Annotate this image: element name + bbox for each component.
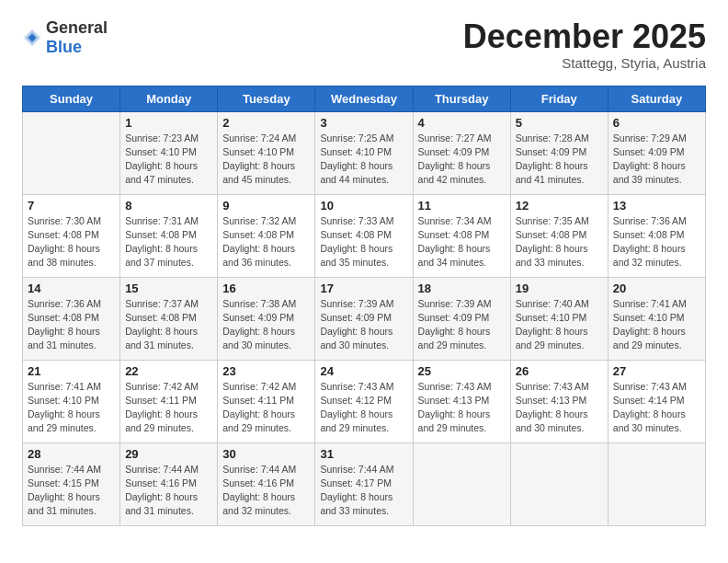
calendar-week-row: 14Sunrise: 7:36 AMSunset: 4:08 PMDayligh… xyxy=(23,277,706,360)
calendar-cell: 12Sunrise: 7:35 AMSunset: 4:08 PMDayligh… xyxy=(510,194,608,277)
day-of-week-header: Thursday xyxy=(413,86,510,111)
logo: General Blue xyxy=(22,18,108,57)
day-info: Sunrise: 7:39 AMSunset: 4:09 PMDaylight:… xyxy=(418,297,506,353)
calendar-cell: 16Sunrise: 7:38 AMSunset: 4:09 PMDayligh… xyxy=(218,277,315,360)
day-info: Sunrise: 7:44 AMSunset: 4:16 PMDaylight:… xyxy=(125,463,212,519)
day-info: Sunrise: 7:44 AMSunset: 4:17 PMDaylight:… xyxy=(320,463,407,519)
calendar-cell: 9Sunrise: 7:32 AMSunset: 4:08 PMDaylight… xyxy=(218,194,315,277)
day-info: Sunrise: 7:43 AMSunset: 4:13 PMDaylight:… xyxy=(418,380,506,436)
calendar-cell: 28Sunrise: 7:44 AMSunset: 4:15 PMDayligh… xyxy=(23,442,120,525)
location-subtitle: Stattegg, Styria, Austria xyxy=(463,55,706,71)
day-info: Sunrise: 7:35 AMSunset: 4:08 PMDaylight:… xyxy=(516,214,603,270)
day-info: Sunrise: 7:32 AMSunset: 4:08 PMDaylight:… xyxy=(222,214,310,270)
calendar-cell: 26Sunrise: 7:43 AMSunset: 4:13 PMDayligh… xyxy=(510,360,608,442)
day-number: 27 xyxy=(613,364,700,378)
day-info: Sunrise: 7:33 AMSunset: 4:08 PMDaylight:… xyxy=(320,214,407,270)
day-info: Sunrise: 7:24 AMSunset: 4:10 PMDaylight:… xyxy=(222,132,310,188)
calendar-cell: 29Sunrise: 7:44 AMSunset: 4:16 PMDayligh… xyxy=(120,442,218,525)
day-number: 28 xyxy=(28,447,115,461)
day-of-week-header: Saturday xyxy=(608,86,705,111)
day-number: 18 xyxy=(418,282,506,295)
logo-icon xyxy=(22,28,42,48)
calendar-cell: 15Sunrise: 7:37 AMSunset: 4:08 PMDayligh… xyxy=(120,277,218,360)
day-info: Sunrise: 7:28 AMSunset: 4:09 PMDaylight:… xyxy=(516,132,603,188)
day-info: Sunrise: 7:41 AMSunset: 4:10 PMDaylight:… xyxy=(28,380,115,436)
day-number: 25 xyxy=(418,364,506,378)
day-info: Sunrise: 7:42 AMSunset: 4:11 PMDaylight:… xyxy=(125,380,212,436)
calendar-cell: 1Sunrise: 7:23 AMSunset: 4:10 PMDaylight… xyxy=(120,111,218,194)
calendar-week-row: 28Sunrise: 7:44 AMSunset: 4:15 PMDayligh… xyxy=(23,442,706,525)
calendar-cell xyxy=(608,442,705,525)
calendar-cell: 10Sunrise: 7:33 AMSunset: 4:08 PMDayligh… xyxy=(315,194,413,277)
calendar-week-row: 7Sunrise: 7:30 AMSunset: 4:08 PMDaylight… xyxy=(23,194,706,277)
day-number: 3 xyxy=(320,116,407,130)
calendar-cell: 3Sunrise: 7:25 AMSunset: 4:10 PMDaylight… xyxy=(315,111,413,194)
day-number: 8 xyxy=(125,199,212,213)
day-number: 16 xyxy=(222,282,310,295)
month-title: December 2025 xyxy=(463,18,706,55)
day-info: Sunrise: 7:23 AMSunset: 4:10 PMDaylight:… xyxy=(125,132,212,188)
day-number: 4 xyxy=(418,116,506,130)
day-number: 10 xyxy=(320,199,407,213)
day-info: Sunrise: 7:36 AMSunset: 4:08 PMDaylight:… xyxy=(28,297,115,353)
logo-general: General xyxy=(46,18,108,37)
day-number: 5 xyxy=(516,116,603,130)
day-number: 11 xyxy=(418,199,506,213)
calendar-cell: 13Sunrise: 7:36 AMSunset: 4:08 PMDayligh… xyxy=(608,194,705,277)
day-info: Sunrise: 7:30 AMSunset: 4:08 PMDaylight:… xyxy=(28,214,115,270)
day-info: Sunrise: 7:39 AMSunset: 4:09 PMDaylight:… xyxy=(320,297,407,353)
calendar-cell: 11Sunrise: 7:34 AMSunset: 4:08 PMDayligh… xyxy=(413,194,510,277)
day-number: 7 xyxy=(28,199,115,213)
calendar-cell: 23Sunrise: 7:42 AMSunset: 4:11 PMDayligh… xyxy=(218,360,315,442)
day-info: Sunrise: 7:38 AMSunset: 4:09 PMDaylight:… xyxy=(222,297,310,353)
day-number: 2 xyxy=(222,116,310,130)
calendar-cell: 27Sunrise: 7:43 AMSunset: 4:14 PMDayligh… xyxy=(608,360,705,442)
calendar-week-row: 21Sunrise: 7:41 AMSunset: 4:10 PMDayligh… xyxy=(23,360,706,442)
day-of-week-header: Monday xyxy=(120,86,218,111)
day-number: 19 xyxy=(516,282,603,295)
day-info: Sunrise: 7:44 AMSunset: 4:15 PMDaylight:… xyxy=(28,463,115,519)
day-number: 21 xyxy=(28,364,115,378)
day-info: Sunrise: 7:34 AMSunset: 4:08 PMDaylight:… xyxy=(418,214,506,270)
day-number: 17 xyxy=(320,282,407,295)
day-of-week-header: Tuesday xyxy=(218,86,315,111)
day-of-week-header: Wednesday xyxy=(315,86,413,111)
days-of-week-row: SundayMondayTuesdayWednesdayThursdayFrid… xyxy=(23,86,706,111)
day-info: Sunrise: 7:41 AMSunset: 4:10 PMDaylight:… xyxy=(613,297,700,353)
calendar-header: SundayMondayTuesdayWednesdayThursdayFrid… xyxy=(23,86,706,111)
day-info: Sunrise: 7:42 AMSunset: 4:11 PMDaylight:… xyxy=(222,380,310,436)
day-number: 29 xyxy=(125,447,212,461)
day-info: Sunrise: 7:43 AMSunset: 4:12 PMDaylight:… xyxy=(320,380,407,436)
day-info: Sunrise: 7:29 AMSunset: 4:09 PMDaylight:… xyxy=(613,132,700,188)
calendar-cell: 17Sunrise: 7:39 AMSunset: 4:09 PMDayligh… xyxy=(315,277,413,360)
calendar-cell: 4Sunrise: 7:27 AMSunset: 4:09 PMDaylight… xyxy=(413,111,510,194)
calendar-week-row: 1Sunrise: 7:23 AMSunset: 4:10 PMDaylight… xyxy=(23,111,706,194)
day-of-week-header: Friday xyxy=(510,86,608,111)
day-info: Sunrise: 7:40 AMSunset: 4:10 PMDaylight:… xyxy=(516,297,603,353)
calendar-cell: 7Sunrise: 7:30 AMSunset: 4:08 PMDaylight… xyxy=(23,194,120,277)
day-number: 12 xyxy=(516,199,603,213)
day-number: 13 xyxy=(613,199,700,213)
calendar-cell: 21Sunrise: 7:41 AMSunset: 4:10 PMDayligh… xyxy=(23,360,120,442)
calendar-cell: 19Sunrise: 7:40 AMSunset: 4:10 PMDayligh… xyxy=(510,277,608,360)
logo-blue: Blue xyxy=(46,38,82,56)
day-info: Sunrise: 7:43 AMSunset: 4:13 PMDaylight:… xyxy=(516,380,603,436)
calendar-cell: 24Sunrise: 7:43 AMSunset: 4:12 PMDayligh… xyxy=(315,360,413,442)
calendar-body: 1Sunrise: 7:23 AMSunset: 4:10 PMDaylight… xyxy=(23,111,706,525)
day-number: 6 xyxy=(613,116,700,130)
day-number: 9 xyxy=(222,199,310,213)
calendar-cell: 2Sunrise: 7:24 AMSunset: 4:10 PMDaylight… xyxy=(218,111,315,194)
day-info: Sunrise: 7:31 AMSunset: 4:08 PMDaylight:… xyxy=(125,214,212,270)
day-number: 23 xyxy=(222,364,310,378)
day-number: 14 xyxy=(28,282,115,295)
day-info: Sunrise: 7:43 AMSunset: 4:14 PMDaylight:… xyxy=(613,380,700,436)
day-info: Sunrise: 7:36 AMSunset: 4:08 PMDaylight:… xyxy=(613,214,700,270)
calendar-cell: 6Sunrise: 7:29 AMSunset: 4:09 PMDaylight… xyxy=(608,111,705,194)
calendar-cell: 30Sunrise: 7:44 AMSunset: 4:16 PMDayligh… xyxy=(218,442,315,525)
day-number: 31 xyxy=(320,447,407,461)
calendar-cell: 31Sunrise: 7:44 AMSunset: 4:17 PMDayligh… xyxy=(315,442,413,525)
day-number: 22 xyxy=(125,364,212,378)
calendar-cell xyxy=(413,442,510,525)
calendar-cell: 22Sunrise: 7:42 AMSunset: 4:11 PMDayligh… xyxy=(120,360,218,442)
day-number: 30 xyxy=(222,447,310,461)
